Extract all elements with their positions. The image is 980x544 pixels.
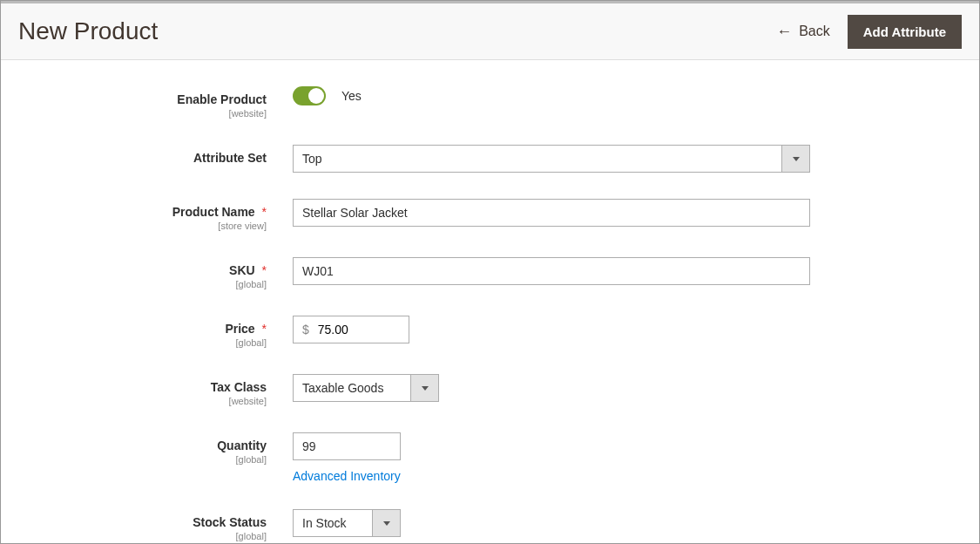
tax-class-scope: [website] bbox=[1, 396, 267, 406]
tax-class-label-col: Tax Class [website] bbox=[1, 374, 293, 406]
stock-status-select[interactable]: In Stock bbox=[293, 509, 401, 537]
stock-status-scope: [global] bbox=[1, 531, 267, 541]
stock-status-row: Stock Status [global] In Stock bbox=[1, 509, 979, 541]
sku-label-col: SKU * [global] bbox=[1, 257, 293, 289]
attribute-set-field: Top bbox=[293, 145, 902, 173]
price-row: Price * [global] $ bbox=[1, 316, 979, 348]
sku-label: SKU bbox=[229, 263, 255, 277]
attribute-set-select[interactable]: Top bbox=[293, 145, 810, 173]
back-button[interactable]: ← Back bbox=[776, 23, 830, 41]
sku-field bbox=[293, 257, 902, 285]
quantity-row: Quantity [global] Advanced Inventory bbox=[1, 432, 979, 483]
tax-class-select[interactable]: Taxable Goods bbox=[293, 374, 439, 402]
product-name-scope: [store view] bbox=[1, 221, 267, 231]
quantity-label: Quantity bbox=[217, 439, 267, 452]
enable-product-scope: [website] bbox=[1, 108, 267, 119]
stock-status-label-col: Stock Status [global] bbox=[1, 509, 293, 541]
required-mark-icon: * bbox=[262, 322, 267, 336]
product-name-label: Product Name bbox=[172, 205, 255, 219]
back-arrow-icon: ← bbox=[776, 23, 792, 41]
product-name-field bbox=[293, 199, 902, 227]
product-form: Enable Product [website] Yes Attribute S… bbox=[1, 60, 979, 544]
attribute-set-row: Attribute Set Top bbox=[1, 145, 979, 173]
page-header: New Product ← Back Add Attribute bbox=[1, 1, 979, 60]
back-label: Back bbox=[799, 24, 830, 39]
price-scope: [global] bbox=[1, 337, 267, 348]
header-actions: ← Back Add Attribute bbox=[776, 15, 962, 49]
product-name-row: Product Name * [store view] bbox=[1, 199, 979, 231]
sku-row: SKU * [global] bbox=[1, 257, 979, 289]
advanced-inventory-link[interactable]: Advanced Inventory bbox=[293, 469, 401, 483]
stock-status-label: Stock Status bbox=[193, 515, 267, 529]
product-name-input[interactable] bbox=[293, 199, 810, 227]
tax-class-field: Taxable Goods bbox=[293, 374, 902, 402]
enable-product-state-label: Yes bbox=[341, 89, 362, 103]
required-mark-icon: * bbox=[262, 263, 267, 277]
enable-product-toggle[interactable] bbox=[293, 86, 326, 105]
stock-status-value: In Stock bbox=[294, 510, 372, 536]
chevron-down-icon bbox=[781, 146, 809, 172]
tax-class-label: Tax Class bbox=[211, 380, 267, 394]
quantity-field: Advanced Inventory bbox=[293, 432, 902, 483]
enable-product-label-col: Enable Product [website] bbox=[1, 86, 293, 119]
enable-product-field: Yes bbox=[293, 86, 902, 105]
attribute-set-value: Top bbox=[294, 146, 781, 172]
sku-input[interactable] bbox=[293, 257, 810, 285]
price-input[interactable] bbox=[316, 316, 395, 343]
chevron-down-icon bbox=[372, 510, 400, 536]
chevron-down-icon bbox=[410, 375, 438, 401]
tax-class-value: Taxable Goods bbox=[294, 375, 410, 401]
stock-status-field: In Stock bbox=[293, 509, 902, 537]
product-name-label-col: Product Name * [store view] bbox=[1, 199, 293, 231]
page-title: New Product bbox=[18, 17, 158, 45]
attribute-set-label-col: Attribute Set bbox=[1, 145, 293, 165]
price-label-col: Price * [global] bbox=[1, 316, 293, 348]
quantity-scope: [global] bbox=[1, 454, 267, 465]
toggle-knob-icon bbox=[308, 88, 324, 104]
price-label: Price bbox=[225, 322, 254, 336]
required-mark-icon: * bbox=[262, 205, 267, 219]
attribute-set-label: Attribute Set bbox=[193, 151, 267, 165]
price-currency-label: $ bbox=[294, 316, 316, 343]
add-attribute-button[interactable]: Add Attribute bbox=[848, 15, 962, 49]
enable-product-row: Enable Product [website] Yes bbox=[1, 86, 979, 119]
sku-scope: [global] bbox=[1, 279, 267, 289]
price-field: $ bbox=[293, 316, 902, 343]
tax-class-row: Tax Class [website] Taxable Goods bbox=[1, 374, 979, 406]
enable-product-label: Enable Product bbox=[177, 92, 267, 106]
quantity-input[interactable] bbox=[293, 432, 401, 460]
quantity-label-col: Quantity [global] bbox=[1, 432, 293, 465]
price-input-wrapper: $ bbox=[293, 316, 409, 343]
